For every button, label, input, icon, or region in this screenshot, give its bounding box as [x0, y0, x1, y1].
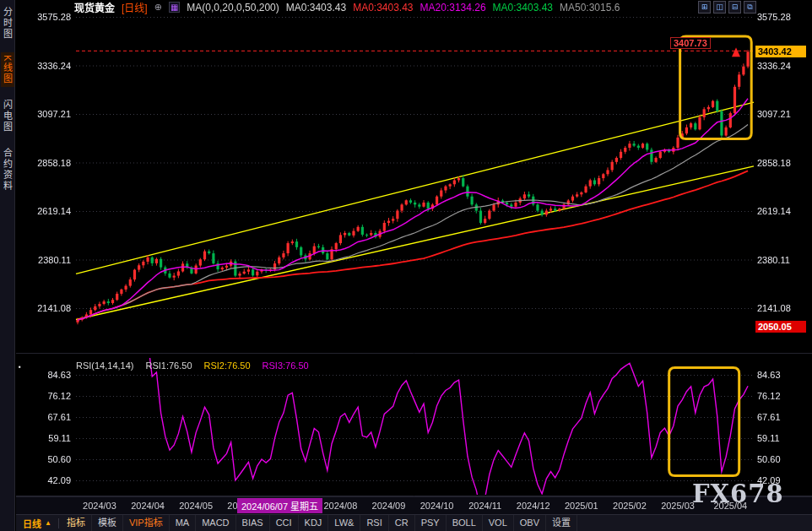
rsi-header-values: RSI1:76.50RSI2:76.50RSI3:76.50: [145, 360, 308, 371]
date-axis-label: 2024/03: [76, 501, 123, 511]
period-selector[interactable]: 日线: [16, 517, 45, 530]
toolbar-tab-12[interactable]: PSY: [415, 515, 447, 531]
toolbar-tab-6[interactable]: BIAS: [236, 515, 270, 531]
rsi-axis-label-left: 76.12: [25, 391, 71, 401]
toolbar-tab-7[interactable]: CCI: [270, 515, 299, 531]
sidebar-tab-flash-chart[interactable]: 闪电图: [1, 97, 14, 135]
date-axis-label: 2025/02: [606, 501, 653, 511]
toolbar-tab-13[interactable]: BOLL: [447, 515, 483, 531]
toolbar-tabs: 指标模板VIP指标MAMACDBIASCCIKDJLW&RSICRPSYBOLL…: [61, 515, 577, 531]
date-axis-label: 2024/08: [317, 501, 364, 511]
rsi-formula: RSI(14,14,14): [76, 360, 133, 371]
toolbar-tab-5[interactable]: MACD: [196, 515, 235, 531]
toolbar-tab-3[interactable]: VIP指标: [123, 515, 170, 531]
toolbar-tab-2[interactable]: 模板: [92, 515, 123, 531]
price-axis-label-left: 3336.24: [25, 61, 71, 71]
ma-value: MA0:3403.43: [286, 2, 346, 14]
window-icons: ⊞◫⊟⧉: [698, 1, 756, 14]
period-arrow-icon[interactable]: ▲: [45, 519, 58, 527]
sidebar-tab-kline-chart[interactable]: K线图: [1, 52, 14, 87]
price-axis-label-left: 2619.14: [25, 206, 71, 216]
header-ma-values: MA0:3403.43MA0:3403.43MA20:3134.26MA0:34…: [286, 2, 620, 14]
rsi-axis-label-right: 84.63: [757, 370, 808, 380]
layout-grid-icon[interactable]: ⧉: [744, 1, 756, 14]
toolbar-tab-4[interactable]: MA: [170, 515, 197, 531]
sidebar-tab-time-chart[interactable]: 分时图: [1, 4, 14, 42]
watermark: FX678: [692, 480, 784, 508]
price-axis-label-left: 2380.11: [25, 255, 71, 265]
price-axis-label-right: 2380.11: [757, 255, 808, 265]
rsi-axis-label-left: 50.60: [25, 454, 71, 464]
layout-rows-icon[interactable]: ⊟: [728, 1, 741, 14]
toolbar-tab-9[interactable]: LW&: [328, 515, 360, 531]
rsi-axis-label-left: 67.61: [25, 412, 71, 422]
price-axis-label-right: 3336.24: [757, 61, 808, 71]
toolbar-separator: [58, 518, 59, 528]
rsi-axis-label-right: 50.60: [757, 454, 808, 464]
sidebar-tab-contract-info[interactable]: 合约资料: [1, 145, 14, 194]
price-axis-label-right: 3575.28: [757, 12, 808, 22]
date-axis-label: 2025/01: [558, 501, 605, 511]
date-axis-label: 2024/12: [510, 501, 557, 511]
rsi-axis-label-left: 59.11: [25, 433, 71, 443]
rsi-axis-label-left: 84.63: [25, 370, 71, 380]
current-price-tag: 3403.42: [755, 46, 806, 57]
expand-icon[interactable]: ⊕: [154, 2, 162, 13]
ma-value: MA0:3403.43: [493, 2, 553, 14]
rsi-header: RSI(14,14,14) RSI1:76.50RSI2:76.50RSI3:7…: [76, 360, 309, 371]
toolbar-tab-8[interactable]: KDJ: [299, 515, 329, 531]
bottom-toolbar: 日线 ▲ 指标模板VIP指标MAMACDBIASCCIKDJLW&RSICRPS…: [16, 514, 812, 531]
toolbar-tab-11[interactable]: CR: [389, 515, 415, 531]
sidebar: 分时图 K线图 闪电图 合约资料: [0, 0, 15, 531]
rsi-axis-label-right: 76.12: [757, 391, 808, 401]
price-axis-label-right: 2619.14: [757, 206, 808, 216]
ma-value: MA50:3015.6: [560, 2, 620, 14]
rsi-pane-handle-icon[interactable]: ▪: [19, 363, 21, 371]
symbol-name: 现货黄金: [74, 0, 115, 14]
add-window-icon[interactable]: ⊞: [698, 1, 711, 14]
low-price-tag: 2050.05: [755, 321, 806, 333]
toolbar-tab-1[interactable]: 指标: [61, 515, 92, 531]
date-axis-label: 2024/09: [365, 501, 412, 511]
chart-header: 现货黄金 [日线] ⊕ ▦ MA(0,0,20,0,50,200) MA0:34…: [74, 1, 620, 14]
date-tooltip: 2024/06/07 星期五: [237, 498, 322, 513]
ma-value: MA0:3403.43: [353, 2, 413, 14]
rsi-value: RSI3:76.50: [263, 360, 309, 371]
indicator-icon[interactable]: ▦: [169, 2, 180, 13]
ma-formula: MA(0,0,20,0,50,200): [187, 2, 279, 14]
session-high-label: 3407.73: [670, 37, 711, 49]
rsi-axis-label-left: 42.09: [25, 475, 71, 485]
toolbar-tab-15[interactable]: OBV: [514, 515, 546, 531]
rsi-axis-label-right: 59.11: [757, 433, 808, 443]
price-axis-label-right: 2141.08: [757, 303, 808, 313]
price-chart-canvas[interactable]: [0, 0, 812, 531]
price-axis-label-left: 2141.08: [25, 303, 71, 313]
date-axis-label: 2024/11: [462, 501, 509, 511]
rsi-value: RSI2:76.50: [204, 360, 251, 371]
price-axis-label-left: 2858.18: [25, 158, 71, 168]
ma-value: MA20:3134.26: [420, 2, 486, 14]
price-axis-label-right: 2858.18: [757, 158, 808, 168]
date-axis-label: 2024/10: [414, 501, 461, 511]
rsi-axis-label-right: 67.61: [757, 412, 808, 422]
rsi-value: RSI1:76.50: [145, 360, 192, 371]
toolbar-tab-10[interactable]: RSI: [360, 515, 388, 531]
price-axis-label-left: 3575.28: [25, 12, 71, 22]
price-axis-label-left: 3097.21: [25, 109, 71, 119]
app-window: 分时图 K线图 闪电图 合约资料 现货黄金 [日线] ⊕ ▦ MA(0,0,20…: [0, 0, 812, 531]
layout-columns-icon[interactable]: ◫: [713, 1, 726, 14]
price-axis-label-right: 3097.21: [757, 109, 808, 119]
toolbar-tab-16[interactable]: 设置: [546, 515, 577, 531]
toolbar-tab-14[interactable]: VOL: [483, 515, 514, 531]
date-axis-label: 2024/04: [124, 501, 171, 511]
date-axis-label: 2024/05: [172, 501, 219, 511]
period-tag[interactable]: [日线]: [122, 0, 148, 14]
